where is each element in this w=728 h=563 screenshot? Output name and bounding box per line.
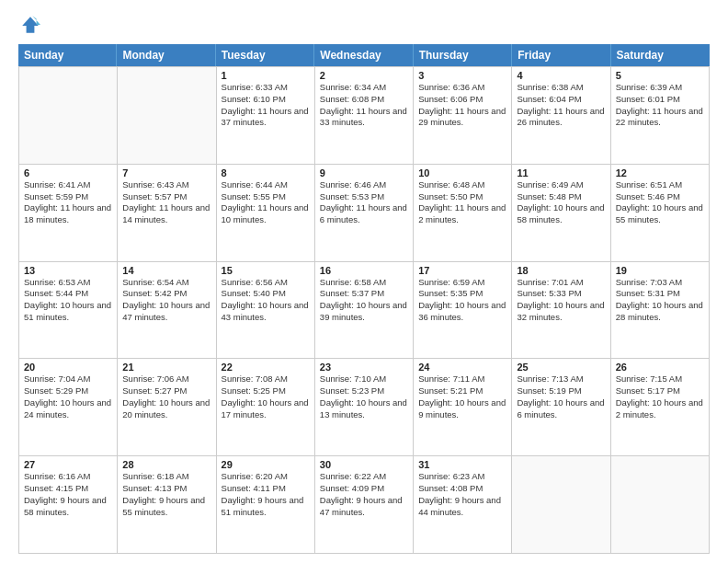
cell-info: Sunrise: 6:56 AM	[222, 277, 310, 289]
cell-info: Sunrise: 6:58 AM	[320, 277, 408, 289]
day-number: 29	[222, 459, 310, 470]
cell-info: Daylight: 10 hours and 20 minutes.	[122, 397, 210, 421]
cal-cell-25: 25Sunrise: 7:13 AMSunset: 5:19 PMDayligh…	[512, 359, 610, 455]
cell-info: Daylight: 11 hours and 6 minutes.	[320, 202, 408, 226]
cell-info: Daylight: 10 hours and 9 minutes.	[418, 397, 506, 421]
day-header-tuesday: Tuesday	[216, 44, 314, 66]
cal-cell-14: 14Sunrise: 6:54 AMSunset: 5:42 PMDayligh…	[118, 262, 216, 359]
page-header	[18, 15, 710, 35]
day-number: 25	[517, 362, 605, 373]
cell-info: Sunrise: 6:23 AM	[418, 471, 506, 483]
cell-info: Daylight: 11 hours and 33 minutes.	[320, 106, 408, 130]
cell-info: Daylight: 11 hours and 22 minutes.	[616, 106, 704, 130]
cell-info: Daylight: 9 hours and 51 minutes.	[222, 495, 310, 519]
cell-info: Sunrise: 7:08 AM	[222, 373, 310, 385]
cal-cell-7: 7Sunrise: 6:43 AMSunset: 5:57 PMDaylight…	[118, 165, 216, 261]
cell-info: Sunrise: 6:18 AM	[122, 471, 210, 483]
day-number: 15	[222, 265, 310, 276]
day-number: 23	[320, 362, 408, 373]
day-number: 27	[24, 459, 112, 470]
day-number: 10	[418, 167, 506, 178]
cell-info: Sunset: 5:37 PM	[320, 288, 408, 300]
cell-info: Sunset: 5:19 PM	[517, 385, 605, 397]
cell-info: Sunset: 4:11 PM	[222, 483, 310, 495]
day-number: 6	[24, 167, 112, 178]
day-number: 19	[616, 265, 704, 276]
cell-info: Sunset: 5:53 PM	[320, 191, 408, 203]
logo-icon	[20, 15, 40, 35]
day-number: 17	[418, 265, 506, 276]
cell-info: Sunset: 6:01 PM	[616, 94, 704, 106]
cell-info: Daylight: 11 hours and 2 minutes.	[418, 202, 506, 226]
cal-cell-10: 10Sunrise: 6:48 AMSunset: 5:50 PMDayligh…	[414, 165, 512, 261]
cell-info: Sunrise: 6:36 AM	[418, 82, 506, 94]
cell-info: Sunrise: 6:53 AM	[24, 277, 112, 289]
day-number: 9	[320, 167, 408, 178]
cell-info: Sunset: 5:46 PM	[616, 191, 704, 203]
cell-info: Sunrise: 6:44 AM	[222, 179, 310, 191]
cell-info: Sunrise: 6:39 AM	[616, 82, 704, 94]
cal-cell-18: 18Sunrise: 7:01 AMSunset: 5:33 PMDayligh…	[512, 262, 610, 359]
cell-info: Sunset: 5:33 PM	[517, 288, 605, 300]
logo	[18, 15, 40, 35]
cell-info: Sunrise: 6:48 AM	[418, 179, 506, 191]
cell-info: Daylight: 11 hours and 18 minutes.	[24, 202, 112, 226]
cell-info: Sunrise: 7:06 AM	[122, 373, 210, 385]
cell-info: Daylight: 10 hours and 36 minutes.	[418, 300, 506, 324]
week-row-5: 27Sunrise: 6:16 AMSunset: 4:15 PMDayligh…	[19, 456, 710, 554]
cal-cell-23: 23Sunrise: 7:10 AMSunset: 5:23 PMDayligh…	[315, 359, 414, 455]
cal-cell-26: 26Sunrise: 7:15 AMSunset: 5:17 PMDayligh…	[611, 359, 710, 455]
cal-cell-30: 30Sunrise: 6:22 AMSunset: 4:09 PMDayligh…	[315, 456, 414, 553]
day-number: 22	[222, 362, 310, 373]
day-number: 26	[616, 362, 704, 373]
day-number: 21	[122, 362, 210, 373]
cell-info: Sunrise: 7:10 AM	[320, 373, 408, 385]
cell-info: Daylight: 9 hours and 58 minutes.	[24, 495, 112, 519]
cal-cell-empty	[512, 456, 610, 553]
week-row-2: 6Sunrise: 6:41 AMSunset: 5:59 PMDaylight…	[19, 165, 710, 262]
cell-info: Daylight: 10 hours and 28 minutes.	[616, 300, 704, 324]
day-number: 4	[517, 70, 605, 81]
cell-info: Sunset: 5:48 PM	[517, 191, 605, 203]
cell-info: Sunset: 5:25 PM	[222, 385, 310, 397]
week-row-1: 1Sunrise: 6:33 AMSunset: 6:10 PMDaylight…	[19, 67, 710, 165]
cal-cell-24: 24Sunrise: 7:11 AMSunset: 5:21 PMDayligh…	[414, 359, 512, 455]
cell-info: Sunset: 6:08 PM	[320, 94, 408, 106]
cell-info: Sunrise: 6:20 AM	[222, 471, 310, 483]
cell-info: Sunrise: 6:51 AM	[616, 179, 704, 191]
cell-info: Sunset: 4:08 PM	[418, 483, 506, 495]
cell-info: Daylight: 9 hours and 55 minutes.	[122, 495, 210, 519]
cell-info: Sunrise: 6:54 AM	[122, 277, 210, 289]
cal-cell-19: 19Sunrise: 7:03 AMSunset: 5:31 PMDayligh…	[611, 262, 710, 359]
day-number: 3	[418, 70, 506, 81]
cell-info: Daylight: 10 hours and 2 minutes.	[616, 397, 704, 421]
cell-info: Sunrise: 7:03 AM	[616, 277, 704, 289]
day-header-monday: Monday	[117, 44, 215, 66]
cell-info: Daylight: 10 hours and 58 minutes.	[517, 202, 605, 226]
cell-info: Sunset: 6:10 PM	[222, 94, 310, 106]
cell-info: Daylight: 11 hours and 29 minutes.	[418, 106, 506, 130]
cal-cell-3: 3Sunrise: 6:36 AMSunset: 6:06 PMDaylight…	[414, 67, 512, 164]
cal-cell-4: 4Sunrise: 6:38 AMSunset: 6:04 PMDaylight…	[512, 67, 610, 164]
day-header-saturday: Saturday	[611, 44, 710, 66]
cal-cell-5: 5Sunrise: 6:39 AMSunset: 6:01 PMDaylight…	[611, 67, 710, 164]
cal-cell-20: 20Sunrise: 7:04 AMSunset: 5:29 PMDayligh…	[19, 359, 118, 455]
cell-info: Daylight: 11 hours and 37 minutes.	[222, 106, 310, 130]
cell-info: Daylight: 10 hours and 13 minutes.	[320, 397, 408, 421]
cal-cell-empty	[19, 67, 118, 164]
cell-info: Sunrise: 6:59 AM	[418, 277, 506, 289]
cell-info: Sunset: 5:44 PM	[24, 288, 112, 300]
cell-info: Sunrise: 6:16 AM	[24, 471, 112, 483]
day-header-friday: Friday	[512, 44, 610, 66]
day-number: 2	[320, 70, 408, 81]
cell-info: Sunrise: 6:33 AM	[222, 82, 310, 94]
cell-info: Sunrise: 6:43 AM	[122, 179, 210, 191]
calendar-header: SundayMondayTuesdayWednesdayThursdayFrid…	[18, 44, 710, 66]
cell-info: Daylight: 10 hours and 39 minutes.	[320, 300, 408, 324]
cell-info: Daylight: 11 hours and 14 minutes.	[122, 202, 210, 226]
cal-cell-27: 27Sunrise: 6:16 AMSunset: 4:15 PMDayligh…	[19, 456, 118, 553]
cell-info: Daylight: 10 hours and 43 minutes.	[222, 300, 310, 324]
cell-info: Daylight: 10 hours and 32 minutes.	[517, 300, 605, 324]
cell-info: Sunrise: 7:01 AM	[517, 277, 605, 289]
day-number: 1	[222, 70, 310, 81]
